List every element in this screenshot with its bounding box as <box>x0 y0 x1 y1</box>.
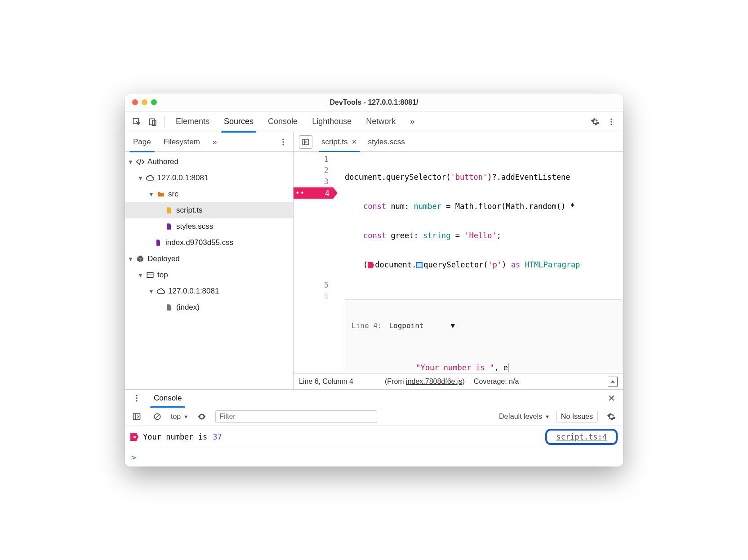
inspect-element-icon[interactable] <box>129 115 144 129</box>
traffic-lights <box>125 99 157 105</box>
svg-point-8 <box>282 144 284 145</box>
editor-gutter[interactable]: 1 2 3 4 4 •• 5 6 <box>294 152 338 373</box>
svg-point-4 <box>610 121 612 122</box>
line-number[interactable]: 6 <box>295 291 329 302</box>
file-tab-script[interactable]: script.ts ✕ <box>317 132 362 152</box>
device-toolbar-icon[interactable] <box>146 115 160 129</box>
tree-label: 127.0.0.1:8081 <box>168 287 219 296</box>
tree-file-index[interactable]: (index) <box>125 299 293 316</box>
window-icon <box>146 271 155 280</box>
toggle-navigator-icon[interactable] <box>299 135 312 149</box>
minimize-window-button[interactable] <box>142 99 147 105</box>
close-window-button[interactable] <box>132 99 138 105</box>
box-icon <box>136 254 145 263</box>
line-number[interactable]: 1 <box>295 154 329 165</box>
tab-sources[interactable]: Sources <box>218 111 260 132</box>
line-number[interactable]: 2 <box>295 165 329 176</box>
editor-panel: script.ts ✕ styles.scss 1 2 3 4 4 •• <box>294 132 623 389</box>
levels-label: Default levels <box>499 413 542 421</box>
tab-console[interactable]: Console <box>262 111 304 132</box>
tab-network[interactable]: Network <box>360 111 402 132</box>
toggle-bottom-bar-icon[interactable] <box>608 377 618 387</box>
file-tab-styles[interactable]: styles.scss <box>364 132 410 152</box>
tree-label: Deployed <box>147 254 180 263</box>
svg-point-3 <box>610 118 612 120</box>
close-tab-icon[interactable]: ✕ <box>352 138 357 146</box>
tree-folder-src[interactable]: ▼ src <box>125 186 293 202</box>
step-marker-icon <box>416 262 423 268</box>
navigator-tab-filesystem[interactable]: Filesystem <box>158 132 205 152</box>
live-expression-icon[interactable] <box>195 409 209 424</box>
breakpoint-editor: Line 4: Logpoint ▼ "Your number is ", e … <box>345 299 623 373</box>
tabs-overflow[interactable]: » <box>404 111 421 132</box>
tree-host[interactable]: ▼ 127.0.0.1:8081 <box>125 170 293 186</box>
file-tab-label: script.ts <box>321 138 348 147</box>
main-tab-bar: Elements Sources Console Lighthouse Netw… <box>125 111 623 132</box>
console-log-row[interactable]: Your number is 37 script.ts:4 <box>125 426 623 448</box>
navigator-tabs: Page Filesystem » <box>125 132 293 152</box>
file-icon <box>165 303 174 312</box>
tree-host-deployed[interactable]: ▼ 127.0.0.1:8081 <box>125 283 293 299</box>
drawer-tab-console[interactable]: Console <box>150 389 185 407</box>
navigator-tab-page[interactable]: Page <box>128 132 156 152</box>
issues-button[interactable]: No Issues <box>556 411 598 422</box>
log-text: Your number is <box>143 432 207 441</box>
title-bar: DevTools - 127.0.0.1:8081/ <box>125 93 623 111</box>
file-tree[interactable]: ▼ Authored ▼ 127.0.0.1:8081 ▼ src script… <box>125 152 293 389</box>
log-levels-selector[interactable]: Default levels ▼ <box>499 413 550 421</box>
context-label: top <box>171 413 181 421</box>
console-prompt[interactable]: > <box>125 448 623 467</box>
chevron-down-icon: ▼ <box>545 414 550 419</box>
cloud-icon <box>156 287 165 296</box>
zoom-window-button[interactable] <box>151 99 157 105</box>
console-settings-gear-icon[interactable] <box>604 409 619 424</box>
tree-file-styles[interactable]: styles.scss <box>125 218 293 235</box>
tree-file-indexcss[interactable]: index.d9703d55.css <box>125 235 293 251</box>
tree-label: src <box>168 190 178 199</box>
navigator-tabs-overflow[interactable]: » <box>207 132 222 152</box>
execution-context-selector[interactable]: top ▼ <box>171 413 188 421</box>
logpoint-expression-input[interactable]: "Your number is ", e <box>345 351 623 373</box>
navigator-kebab-icon[interactable] <box>276 135 290 149</box>
sourcemap-origin[interactable]: (From index.7808df6e.js) <box>385 378 465 386</box>
source-link-highlight: script.ts:4 <box>545 429 618 445</box>
logpoint-marker-icon <box>130 433 138 441</box>
file-icon <box>154 238 163 247</box>
tab-lighthouse[interactable]: Lighthouse <box>306 111 358 132</box>
tree-top[interactable]: ▼ top <box>125 267 293 283</box>
breakpoint-line-label: Line 4: <box>352 321 382 330</box>
svg-rect-1 <box>150 119 155 124</box>
svg-point-15 <box>136 400 137 401</box>
logpoint-gutter-marker[interactable]: 4 •• <box>294 187 338 199</box>
code-icon <box>136 157 145 166</box>
console-filter-input[interactable] <box>215 410 377 423</box>
file-icon <box>165 206 174 215</box>
coverage-status: Coverage: n/a <box>474 378 519 386</box>
svg-rect-9 <box>147 273 153 278</box>
console-sidebar-toggle-icon[interactable] <box>129 409 144 424</box>
code-content[interactable]: document.querySelector('button')?.addEve… <box>338 152 623 373</box>
console-source-link[interactable]: script.ts:4 <box>552 431 611 443</box>
chevron-down-icon: ▼ <box>183 414 188 419</box>
file-tab-label: styles.scss <box>368 138 405 147</box>
code-editor[interactable]: 1 2 3 4 4 •• 5 6 document.querySelector(… <box>294 152 623 373</box>
tab-elements[interactable]: Elements <box>169 111 216 132</box>
line-number[interactable]: 3 <box>295 176 329 187</box>
tree-authored[interactable]: ▼ Authored <box>125 154 293 170</box>
tree-label: index.d9703d55.css <box>165 238 233 247</box>
svg-point-14 <box>136 397 137 399</box>
console-toolbar: top ▼ Default levels ▼ No Issues <box>125 407 623 426</box>
log-value: 37 <box>213 432 222 441</box>
tree-deployed[interactable]: ▼ Deployed <box>125 251 293 267</box>
drawer-kebab-icon[interactable] <box>129 391 144 405</box>
settings-gear-icon[interactable] <box>588 115 602 129</box>
svg-point-13 <box>136 395 137 396</box>
tree-label: Authored <box>147 157 178 166</box>
clear-console-icon[interactable] <box>150 409 165 424</box>
close-drawer-icon[interactable]: ✕ <box>604 391 619 405</box>
kebab-menu-icon[interactable] <box>604 115 619 129</box>
tree-file-script[interactable]: script.ts <box>125 202 293 218</box>
breakpoint-type-select[interactable]: Logpoint ▼ <box>389 321 455 330</box>
file-icon <box>165 222 174 231</box>
line-number[interactable]: 5 <box>295 280 329 291</box>
